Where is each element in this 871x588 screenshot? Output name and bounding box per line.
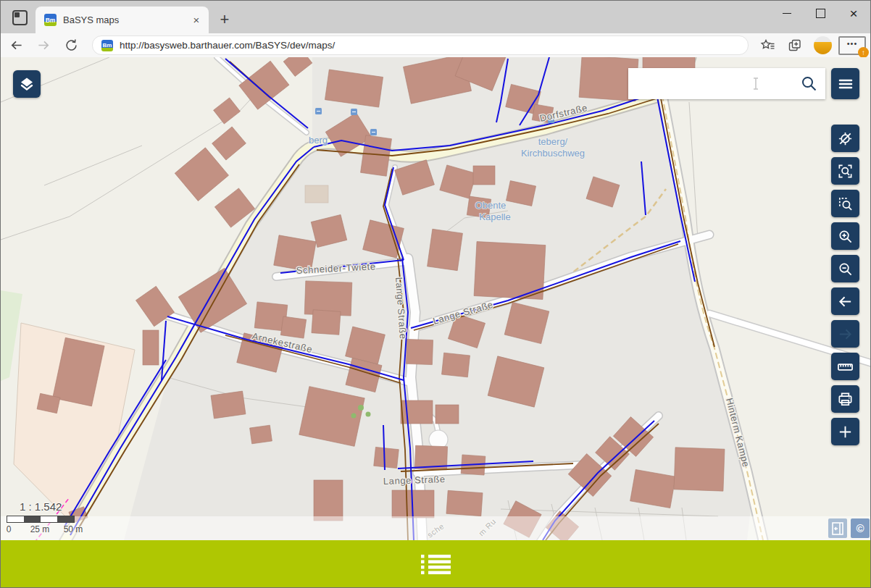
collections-icon [788,38,802,53]
zoom-in-icon [837,228,854,245]
map-container: Dorfstraße Schneider-Twiete Lange Straße… [1,57,871,540]
forward-icon [37,38,51,52]
basys-favicon-urlbar: Bm [101,40,113,51]
text-cursor-icon [751,77,760,91]
browser-menu-button[interactable]: ••• ↑ [838,36,866,55]
back-button[interactable] [4,35,28,56]
label-bus-stop-line1: teberg/ [538,136,568,147]
url-text: http://basysweb.barthauer.com/BaSYS/dev/… [120,40,335,51]
hamburger-icon [837,75,854,93]
bottom-panel-bar [1,540,871,588]
collections-button[interactable] [783,35,807,56]
tab-title: BaSYS maps [63,14,190,25]
label-fragment-berg: berg [309,135,328,146]
measure-button[interactable] [831,353,859,380]
forward-button[interactable] [31,35,56,56]
zoom-window-button[interactable] [831,190,859,217]
search-icon[interactable] [801,75,818,93]
window-controls: × [770,1,870,33]
maximize-icon [816,9,825,18]
scale-ratio: 1 : 1.542 [20,500,107,513]
list-icon [421,554,451,576]
back-icon [9,38,23,52]
zoom-window-icon [837,196,854,212]
favorites-star-icon [760,39,775,51]
gps-off-icon [837,130,854,147]
previous-extent-button[interactable] [831,287,859,315]
basys-favicon: Bm [44,14,57,26]
favorites-button[interactable] [756,35,779,56]
close-icon: × [849,7,857,20]
tab-actions-icon [12,10,28,25]
zoom-out-icon [837,261,854,277]
update-badge: ↑ [858,47,869,58]
profile-button[interactable] [811,35,834,56]
map-corner-buttons: © [828,518,870,538]
browser-tab[interactable]: Bm BaSYS maps × [36,7,209,33]
layers-button[interactable] [13,70,41,98]
printer-icon [837,391,854,408]
map-menu-button[interactable] [831,68,859,99]
browser-window: Bm BaSYS maps × + × Bm http://basysweb.b… [0,0,871,588]
map-search-input[interactable] [628,68,825,99]
zoom-extent-button[interactable] [831,157,859,185]
ruler-icon [837,358,854,375]
layers-icon [18,75,36,93]
tab-bar: Bm BaSYS maps × + × [1,1,870,33]
next-extent-button[interactable] [831,320,859,348]
menu-dots-icon: ••• [847,40,858,47]
scale-indicator: 1 : 1.542 0 25 m 50 m [5,500,107,534]
map-canvas[interactable]: Dorfstraße Schneider-Twiete Lange Straße… [1,57,871,540]
scale-ticks: 0 25 m 50 m [5,524,107,534]
copyright-button[interactable]: © [851,518,870,538]
label-kapelle-line1: Obente [475,200,507,211]
zoom-in-button[interactable] [831,222,859,250]
reload-button[interactable] [59,35,83,56]
panel-collapse-icon [830,521,845,537]
attribution-bar [1,516,871,540]
profile-avatar [814,36,832,54]
zoom-out-button[interactable] [831,255,859,282]
attribution-toggle-button[interactable] [828,518,847,538]
label-lange-strasse-south: Lange Straße [383,474,446,487]
new-tab-button[interactable]: + [214,9,235,30]
tab-actions-button[interactable] [12,9,30,26]
address-bar[interactable]: Bm http://basysweb.barthauer.com/BaSYS/d… [92,35,749,55]
tab-close-icon[interactable]: × [190,14,203,27]
label-bus-stop-line2: Kirchbuschweg [521,148,585,159]
zoom-extent-icon [837,163,854,180]
map-tool-bar [831,125,859,445]
plus-icon [837,424,854,440]
arrow-left-icon [837,293,854,310]
minimize-icon [783,13,791,14]
scale-bar [7,516,75,523]
gps-disable-button[interactable] [831,125,859,152]
print-button[interactable] [831,385,859,413]
open-list-panel-button[interactable] [421,554,451,576]
minimize-button[interactable] [770,1,804,25]
reload-icon [64,38,78,52]
arrow-right-icon [837,326,854,343]
label-kapelle-line2: Kapelle [479,211,510,222]
maximize-button[interactable] [804,1,837,25]
browser-toolbar: Bm http://basysweb.barthauer.com/BaSYS/d… [1,33,870,58]
add-button[interactable] [831,418,859,445]
close-button[interactable]: × [837,1,870,25]
copyright-icon: © [856,522,864,534]
